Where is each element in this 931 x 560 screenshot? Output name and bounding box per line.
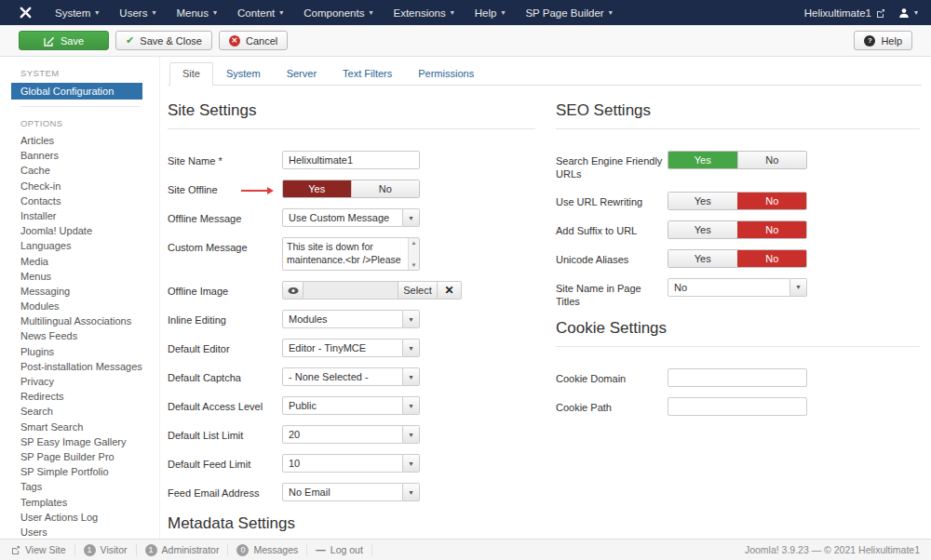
sidebar-item[interactable]: Media bbox=[0, 254, 159, 269]
sidebar-item[interactable]: User Actions Log bbox=[0, 510, 159, 525]
messages-status[interactable]: 0 Messages bbox=[228, 544, 307, 556]
sidebar-item[interactable]: Languages bbox=[0, 238, 159, 253]
chevron-down-icon[interactable]: ▾ bbox=[403, 208, 420, 227]
default-access-level-label: Default Access Level bbox=[168, 396, 282, 413]
site-offline-toggle: Yes No bbox=[282, 180, 420, 198]
default-list-limit-select[interactable]: 20 ▾ bbox=[282, 425, 420, 444]
offline-message-select[interactable]: Use Custom Message ▾ bbox=[282, 208, 420, 227]
sidebar-item[interactable]: Check-in bbox=[0, 179, 159, 193]
logout-icon: — bbox=[316, 544, 326, 555]
image-clear-button[interactable]: ✕ bbox=[438, 281, 462, 300]
sef-urls-no-button[interactable]: No bbox=[737, 152, 807, 168]
add-suffix-yes-button[interactable]: Yes bbox=[668, 221, 737, 238]
nav-menu-item[interactable]: Extensions ▾ bbox=[383, 0, 464, 25]
sidebar-item[interactable]: Joomla! Update bbox=[0, 223, 159, 238]
tab-text-filters[interactable]: Text Filters bbox=[330, 62, 405, 86]
sidebar-item[interactable]: Contacts bbox=[0, 193, 159, 208]
sidebar-item[interactable]: Menus bbox=[0, 269, 159, 284]
sidebar-item[interactable]: Installer bbox=[0, 208, 159, 223]
field-add-suffix: Add Suffix to URL Yes No bbox=[556, 220, 920, 239]
sidebar-item[interactable]: Messaging bbox=[0, 284, 159, 299]
tab-system[interactable]: System bbox=[213, 62, 274, 86]
image-select-button[interactable]: Select bbox=[398, 281, 438, 300]
offline-image-input[interactable] bbox=[304, 281, 398, 300]
url-rewriting-yes-button[interactable]: Yes bbox=[668, 193, 737, 209]
chevron-down-icon[interactable]: ▾ bbox=[403, 396, 420, 415]
chevron-down-icon[interactable]: ▾ bbox=[403, 425, 420, 444]
site-name-input[interactable] bbox=[282, 151, 420, 169]
default-access-level-select[interactable]: Public ▾ bbox=[282, 396, 420, 415]
save-button[interactable]: Save bbox=[19, 31, 109, 50]
scroll-down-icon[interactable]: ▼ bbox=[412, 262, 417, 268]
sef-urls-yes-button[interactable]: Yes bbox=[668, 152, 737, 168]
sidebar-item[interactable]: Articles bbox=[0, 133, 159, 148]
site-offline-no-button[interactable]: No bbox=[351, 180, 420, 197]
chevron-down-icon[interactable]: ▾ bbox=[403, 367, 420, 386]
view-site-link[interactable]: View Site bbox=[11, 544, 75, 556]
nav-menu-item[interactable]: Menus ▾ bbox=[166, 0, 227, 25]
field-unicode-aliases: Unicode Aliases Yes No bbox=[556, 249, 920, 268]
site-offline-yes-button[interactable]: Yes bbox=[283, 180, 351, 197]
chevron-down-icon[interactable]: ▾ bbox=[403, 454, 420, 473]
sidebar-item[interactable]: Post-installation Messages bbox=[0, 359, 159, 374]
chevron-down-icon[interactable]: ▾ bbox=[403, 310, 420, 328]
admin-count-badge: 1 bbox=[145, 544, 157, 556]
nav-site-link[interactable]: Helixultimate1 bbox=[804, 7, 885, 19]
custom-message-textarea[interactable]: This site is down for maintenance.<br />… bbox=[282, 237, 420, 271]
nav-menu-item[interactable]: SP Page Builder ▾ bbox=[515, 0, 622, 25]
chevron-down-icon[interactable]: ▾ bbox=[403, 483, 420, 501]
nav-menu-item[interactable]: Help ▾ bbox=[465, 0, 516, 25]
administrator-status[interactable]: 1 Administrator bbox=[137, 544, 229, 556]
sidebar-item[interactable]: Users bbox=[0, 525, 159, 539]
sidebar-item[interactable]: Templates bbox=[0, 495, 159, 510]
tab-server[interactable]: Server bbox=[274, 62, 330, 86]
nav-menu-item[interactable]: Users ▾ bbox=[109, 0, 166, 25]
add-suffix-no-button[interactable]: No bbox=[737, 221, 807, 238]
sidebar-item[interactable]: Multilingual Associations bbox=[0, 313, 159, 328]
user-menu[interactable]: ▾ bbox=[898, 7, 918, 19]
sidebar-item[interactable]: Privacy bbox=[0, 374, 159, 389]
sidebar-item[interactable]: SP Easy Image Gallery bbox=[0, 434, 159, 449]
field-default-list-limit: Default List Limit 20 ▾ bbox=[168, 425, 535, 444]
sidebar-item[interactable]: Smart Search bbox=[0, 420, 159, 434]
site-name-in-page-titles-select[interactable]: No ▾ bbox=[668, 278, 807, 297]
sidebar-item[interactable]: Redirects bbox=[0, 389, 159, 404]
sidebar-item[interactable]: Search bbox=[0, 404, 159, 419]
textarea-scrollbar[interactable]: ▲ ▼ bbox=[408, 238, 419, 270]
unicode-aliases-yes-button[interactable]: Yes bbox=[668, 250, 737, 267]
sidebar-item-global-configuration[interactable]: Global Configuration bbox=[11, 83, 142, 100]
default-feed-limit-select[interactable]: 10 ▾ bbox=[282, 454, 420, 473]
chevron-down-icon[interactable]: ▾ bbox=[403, 339, 420, 357]
sidebar-item[interactable]: Banners bbox=[0, 148, 159, 163]
cancel-button[interactable]: ✕ Cancel bbox=[219, 31, 288, 50]
sidebar-item[interactable]: Modules bbox=[0, 299, 159, 313]
sidebar-item[interactable]: Cache bbox=[0, 163, 159, 178]
visitor-status[interactable]: 1 Visitor bbox=[75, 544, 137, 556]
tab-site[interactable]: Site bbox=[169, 62, 213, 86]
sidebar-item[interactable]: SP Page Builder Pro bbox=[0, 449, 159, 464]
help-button[interactable]: ? Help bbox=[854, 31, 912, 50]
preview-button[interactable] bbox=[282, 281, 304, 300]
chevron-down-icon[interactable]: ▾ bbox=[790, 278, 807, 297]
sidebar-item[interactable]: News Feeds bbox=[0, 328, 159, 343]
sidebar-item[interactable]: SP Simple Portfolio bbox=[0, 464, 159, 479]
default-captcha-select[interactable]: - None Selected - ▾ bbox=[282, 367, 420, 386]
sidebar-item[interactable]: Tags bbox=[0, 479, 159, 494]
cookie-domain-input[interactable] bbox=[668, 368, 807, 387]
inline-editing-select[interactable]: Modules ▾ bbox=[282, 310, 420, 328]
unicode-aliases-no-button[interactable]: No bbox=[737, 250, 807, 267]
logout-link[interactable]: — Log out bbox=[307, 544, 372, 556]
nav-menu-item[interactable]: System ▾ bbox=[45, 0, 109, 25]
sidebar-item[interactable]: Plugins bbox=[0, 344, 159, 359]
feed-email-address-select[interactable]: No Email ▾ bbox=[282, 483, 420, 501]
nav-menu-item[interactable]: Components ▾ bbox=[293, 0, 383, 25]
version-text: Joomla! 3.9.23 — © 2021 Helixultimate1 bbox=[745, 544, 920, 555]
cookie-path-input[interactable] bbox=[668, 397, 807, 416]
scroll-up-icon[interactable]: ▲ bbox=[412, 240, 417, 246]
save-close-button[interactable]: ✔ Save & Close bbox=[115, 31, 212, 50]
nav-menu-item[interactable]: Content ▾ bbox=[227, 0, 293, 25]
chevron-down-icon: ▾ bbox=[451, 8, 454, 17]
url-rewriting-no-button[interactable]: No bbox=[737, 193, 807, 209]
tab-permissions[interactable]: Permissions bbox=[405, 62, 487, 86]
default-editor-select[interactable]: Editor - TinyMCE ▾ bbox=[282, 339, 420, 357]
